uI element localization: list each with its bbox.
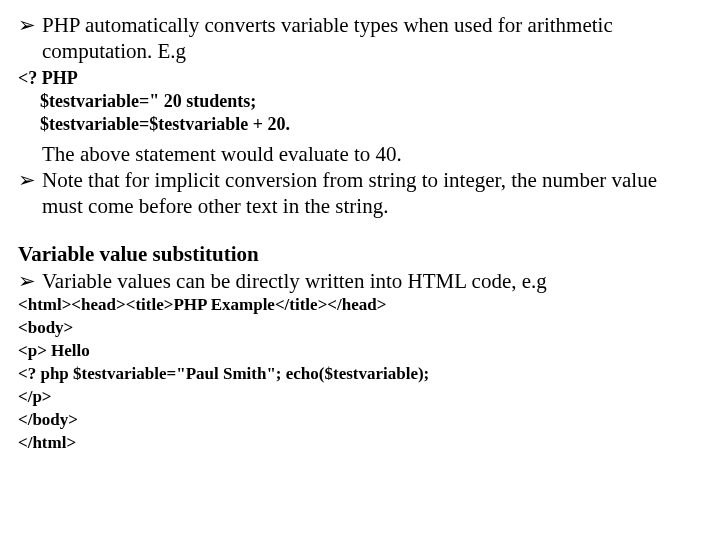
code-line: $testvariable=" 20 students; [18, 90, 702, 113]
bullet-text: Note that for implicit conversion from s… [42, 167, 702, 220]
code-block-2: <html><head><title>PHP Example</title></… [18, 294, 702, 455]
code-line: <? PHP [18, 67, 702, 90]
code-line: <html><head><title>PHP Example</title></… [18, 294, 702, 317]
bullet-text: Variable values can be directly written … [42, 268, 702, 294]
code-line: <body> [18, 317, 702, 340]
bullet-item-1: ➢ PHP automatically converts variable ty… [18, 12, 702, 65]
code-block-1: <? PHP $testvariable=" 20 students; $tes… [18, 67, 702, 137]
code-line: </body> [18, 409, 702, 432]
code-line: </html> [18, 432, 702, 455]
bullet-text: PHP automatically converts variable type… [42, 12, 702, 65]
code-line: </p> [18, 386, 702, 409]
code-line: $testvariable=$testvariable + 20. [18, 113, 702, 136]
triangle-bullet-icon: ➢ [18, 167, 42, 220]
statement-text: The above statement would evaluate to 40… [18, 141, 702, 167]
code-line: <? php $testvariable="Paul Smith"; echo(… [18, 363, 702, 386]
bullet-item-2: ➢ Note that for implicit conversion from… [18, 167, 702, 220]
triangle-bullet-icon: ➢ [18, 268, 42, 294]
code-line: <p> Hello [18, 340, 702, 363]
triangle-bullet-icon: ➢ [18, 12, 42, 65]
bullet-item-3: ➢ Variable values can be directly writte… [18, 268, 702, 294]
section-heading: Variable value substitution [18, 241, 702, 267]
